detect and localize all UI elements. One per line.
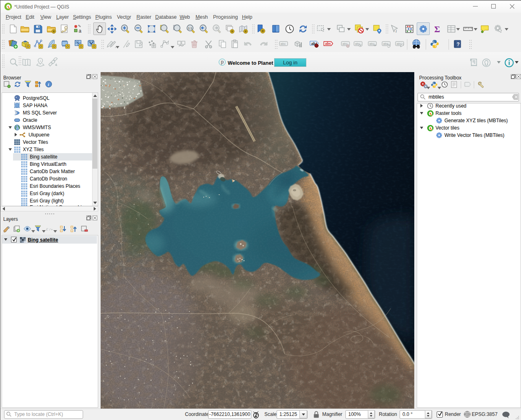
svg-text:abc: abc — [383, 42, 389, 46]
svg-text:Σ: Σ — [434, 24, 440, 34]
svg-text:?: ? — [457, 42, 459, 47]
svg-text:abc: abc — [281, 42, 286, 46]
svg-text:abc: abc — [325, 42, 331, 46]
svg-text:ε: ε — [46, 226, 48, 232]
svg-text:i: i — [396, 29, 397, 33]
svg-text:1:1: 1:1 — [188, 26, 192, 30]
svg-text:a: a — [79, 28, 81, 34]
